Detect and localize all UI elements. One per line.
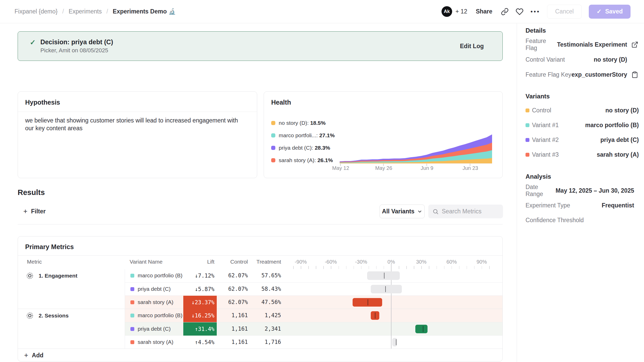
more-options-button[interactable]: •••: [530, 8, 540, 15]
column-header-metric: Metric: [27, 259, 42, 265]
metrics-table-body: 1. Engagementmarco portfolio (B)↓7.12%62…: [18, 269, 503, 349]
metric-goal-icon: [26, 312, 34, 321]
analysis-heading: Analysis: [526, 173, 551, 180]
variant-value: priya debt (C): [600, 136, 639, 143]
detail-value[interactable]: Testimonials Experiment: [557, 41, 627, 48]
primary-metrics-title: Primary Metrics: [25, 243, 74, 251]
search-metrics-input[interactable]: [442, 208, 496, 215]
health-card: Health no story (D): 18.5% marco portfol…: [264, 91, 503, 178]
variant-result-row[interactable]: sarah story (A)↑4.54%1,1611,716: [125, 335, 503, 349]
axis-label: 30%: [416, 259, 426, 265]
axis-label: -30%: [355, 259, 367, 265]
edit-log-button[interactable]: Edit Log: [460, 43, 484, 50]
control-value: 1,161: [218, 326, 248, 332]
chart-baseline: [340, 163, 492, 164]
ruler-tick: [414, 266, 414, 269]
variant-row-control: Control no story (D): [526, 103, 639, 117]
ruler-tick: [489, 266, 490, 269]
axis-label: 60%: [446, 259, 457, 265]
variant-result-row[interactable]: sarah story (A)↓23.37%62.07%47.56%: [125, 295, 503, 309]
confidence-interval-bar[interactable]: [353, 298, 382, 307]
variant-swatch: [130, 287, 134, 291]
confidence-interval-bar[interactable]: [367, 271, 400, 280]
ruler-tick: [384, 266, 384, 269]
external-link-icon[interactable]: [631, 41, 638, 48]
breadcrumb-project[interactable]: Fixpanel {demo}: [15, 8, 58, 15]
right-sidebar: Details Feature Flag Testimonials Experi…: [517, 23, 644, 362]
ruler-tick: [444, 266, 445, 269]
decision-check-icon: ✓: [30, 38, 36, 47]
legend-label: sarah story (A):: [279, 157, 316, 163]
axis-label: 90%: [477, 259, 487, 265]
ruler-tick: [459, 266, 460, 269]
detail-value: exp_customerStory: [571, 71, 627, 78]
hypothesis-body[interactable]: we believe that showing customer stories…: [25, 117, 243, 132]
confidence-interval-bar[interactable]: [371, 285, 402, 293]
decision-subtitle: Picker, Amit on 08/05/2025: [40, 46, 113, 55]
metric-cell[interactable]: 1. Engagement: [18, 269, 125, 309]
favorite-heart-icon[interactable]: [516, 8, 523, 16]
hypothesis-card: Hypothesis we believe that showing custo…: [18, 91, 257, 178]
filter-label: Filter: [31, 208, 46, 215]
breadcrumb-experiments[interactable]: Experiments: [69, 8, 102, 15]
all-variants-label: All Variants: [382, 208, 414, 215]
legend-value: 18.5%: [310, 120, 326, 126]
ruler-tick: [293, 266, 294, 269]
ruler-tick: [354, 266, 354, 269]
detail-label: Control Variant: [526, 56, 565, 63]
copy-clipboard-icon[interactable]: [631, 71, 638, 78]
variant-result-row[interactable]: priya debt (C)↓5.87%62.07%58.43%: [125, 282, 503, 295]
lift-value: ↓7.12%: [195, 273, 214, 279]
add-metric-button[interactable]: + Add: [18, 349, 503, 361]
variant-swatch: [526, 153, 529, 157]
link-icon[interactable]: [501, 8, 509, 16]
add-filter-button[interactable]: + Filter: [23, 205, 46, 218]
metric-group: 1. Engagementmarco portfolio (B)↓7.12%62…: [18, 269, 503, 309]
variant-label: Variant #1: [532, 122, 559, 129]
x-axis-label: Jun 9: [421, 165, 433, 171]
breadcrumb-current-page: Experiments Demo 🔬: [113, 8, 176, 15]
legend-item[interactable]: sarah story (A): 26.1%: [271, 154, 333, 166]
treatment-value: 58.43%: [251, 286, 281, 292]
confidence-interval-bar[interactable]: [415, 325, 428, 333]
share-button[interactable]: Share: [476, 8, 492, 15]
saved-button[interactable]: ✓ Saved: [589, 5, 631, 19]
breadcrumb: Fixpanel {demo} / Experiments / Experime…: [15, 8, 176, 15]
x-axis-label: Jun 23: [463, 165, 478, 171]
variant-name: marco portfolio (B): [138, 312, 183, 318]
collaborators-count[interactable]: + 12: [456, 8, 467, 15]
ruler-tick: [421, 266, 422, 269]
lift-value-cell: ↑4.54%: [183, 336, 217, 349]
analysis-value: May 12, 2025 – Jun 30, 2025: [556, 187, 634, 194]
ruler-tick: [467, 266, 467, 269]
avatar[interactable]: Ak: [442, 6, 452, 17]
detail-row-feature-flag: Feature Flag Testimonials Experiment: [526, 38, 638, 52]
variants-heading: Variants: [526, 93, 550, 100]
legend-label: marco portfoli...:: [279, 132, 318, 138]
variant-result-row[interactable]: marco portfolio (B)↓16.25%1,1611,425: [125, 309, 503, 322]
legend-item[interactable]: priya debt (C): 28.3%: [271, 142, 330, 154]
metric-name: 1. Engagement: [39, 272, 77, 280]
legend-swatch: [271, 146, 275, 150]
legend-item[interactable]: no story (D): 18.5%: [271, 117, 326, 129]
cancel-button[interactable]: Cancel: [547, 5, 582, 19]
health-stacked-area-chart: [340, 133, 492, 163]
axis-label: -90%: [295, 259, 307, 265]
metric-group-rows: marco portfolio (B)↓7.12%62.07%57.65%pri…: [125, 269, 503, 309]
legend-swatch: [271, 121, 275, 125]
health-title: Health: [271, 99, 291, 106]
metric-cell[interactable]: 2. Sessions: [18, 309, 125, 349]
ruler-tick: [452, 266, 452, 269]
all-variants-dropdown[interactable]: All Variants: [380, 205, 425, 218]
variant-result-row[interactable]: priya debt (C)↑31.4%1,1612,341: [125, 322, 503, 335]
analysis-row-date-range: Date Range May 12, 2025 – Jun 30, 2025: [526, 184, 634, 198]
variant-result-row[interactable]: marco portfolio (B)↓7.12%62.07%57.65%: [125, 269, 503, 282]
chevron-down-icon: [417, 209, 422, 214]
variant-value: marco portfolio (B): [585, 122, 639, 129]
variant-swatch: [130, 340, 134, 344]
control-value: 1,161: [218, 339, 248, 345]
legend-item[interactable]: marco portfoli...: 27.1%: [271, 129, 335, 142]
ruler-tick: [323, 266, 324, 269]
analysis-value: Frequentist: [602, 202, 634, 209]
confidence-interval-bar[interactable]: [392, 338, 397, 346]
